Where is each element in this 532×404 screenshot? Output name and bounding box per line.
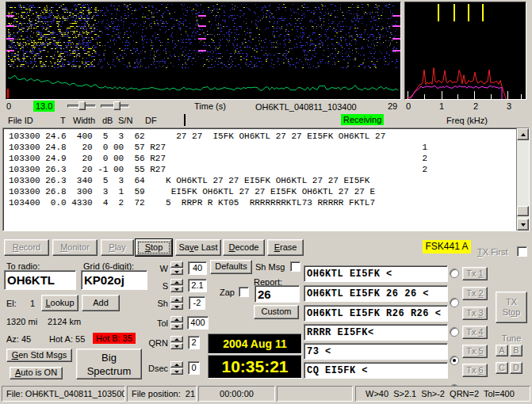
freq-axis-label: Freq (kHz) [446, 116, 488, 125]
param-sh-spinner[interactable] [170, 296, 183, 310]
col-db: dB [102, 116, 113, 125]
tx-first-label: TX First [477, 247, 508, 257]
spinner-down-icon[interactable] [170, 323, 183, 330]
slider-thumb-1[interactable] [78, 101, 86, 110]
waterfall-panel [6, 2, 401, 100]
param-qrn-value: 2 [188, 336, 200, 349]
hot-b-label: Hot B: 35 [93, 333, 136, 344]
el-label: El: [6, 299, 17, 308]
param-w-value: 40 [188, 261, 207, 275]
decode-scrollbar[interactable] [516, 128, 529, 231]
scroll-down-icon[interactable] [517, 219, 529, 231]
custom-button[interactable]: Custom [254, 305, 299, 319]
tx-message-3-input[interactable] [304, 305, 448, 322]
param-dsec-spinner[interactable] [170, 361, 183, 375]
zap-label: Zap [220, 288, 235, 297]
spinner-up-icon[interactable] [170, 336, 183, 342]
spinner-up-icon[interactable] [170, 361, 183, 368]
freq-tick-0: 0 [406, 101, 411, 111]
col-width: Width [73, 116, 95, 125]
tx-message-2-input[interactable] [304, 285, 448, 302]
status-elapsed: 00:00:00 [198, 386, 275, 402]
tx3-button[interactable]: Tx 3 [462, 307, 488, 320]
report-input[interactable] [255, 285, 300, 303]
status-params: W>40 S>2.1 Sh>-2 QRN=2 Tol=400 [355, 386, 530, 402]
time-cursor-value: 13.0 [33, 101, 55, 112]
param-sh-value: -2 [189, 296, 205, 310]
tune-a-button[interactable]: A [496, 345, 508, 356]
stop-button[interactable]: Stop [136, 239, 172, 256]
spinner-up-icon[interactable] [170, 279, 183, 285]
tune-b-button[interactable]: B [510, 345, 522, 356]
decode-line: 103300 24.8 20 0 00 57 R27 1 [9, 142, 529, 153]
tx-first-checkbox[interactable] [517, 246, 527, 257]
hot-a-label: Hot A: 55 [49, 334, 85, 344]
spinner-down-icon[interactable] [170, 368, 183, 375]
to-radio-input[interactable] [4, 270, 76, 290]
col-sn: S/N [118, 116, 132, 125]
tx5-button[interactable]: Tx 5 [462, 345, 488, 358]
status-receiving: Receiving [341, 114, 384, 125]
waterfall-canvas[interactable] [6, 2, 400, 99]
tune-d-button[interactable]: D [510, 362, 522, 374]
param-w-spinner[interactable] [170, 261, 183, 275]
time-axis-start: 0 [6, 101, 11, 111]
record-button[interactable]: Record [4, 239, 49, 256]
add-button[interactable]: Add [82, 295, 120, 311]
tx-message-2-radio[interactable] [450, 298, 459, 307]
defaults-button[interactable]: Defaults [210, 260, 252, 274]
param-qrn-spinner[interactable] [170, 336, 183, 349]
play-button[interactable]: Play [101, 239, 134, 256]
status-file-position: File position: 21 s [127, 386, 197, 402]
spinner-down-icon[interactable] [170, 303, 183, 310]
erase-button[interactable]: Erase [267, 239, 304, 256]
spinner-up-icon[interactable] [170, 296, 183, 303]
tx1-button[interactable]: Tx 1 [462, 267, 488, 280]
decode-line: 103300 24.9 20 0 00 56 R27 2 [9, 153, 529, 164]
param-s-spinner[interactable] [170, 279, 183, 292]
zap-checkbox[interactable] [239, 287, 249, 297]
scroll-up-icon[interactable] [517, 128, 529, 140]
tx2-button[interactable]: Tx 2 [462, 287, 488, 300]
tune-c-button[interactable]: C [496, 362, 508, 374]
slider-thumb-2[interactable] [113, 101, 121, 110]
time-display: 10:35:21 [208, 355, 302, 379]
decode-text-area[interactable]: 103300 24.6 400 5 3 62 27 27 I5FK OH6KTL… [2, 128, 530, 231]
tx-message-6-input[interactable] [304, 362, 448, 379]
col-t: T [60, 116, 66, 125]
tx-stop-button[interactable]: TX Stop [496, 292, 527, 323]
spinner-down-icon[interactable] [170, 269, 183, 275]
spinner-up-icon[interactable] [170, 261, 183, 268]
el-value: 1 [30, 299, 35, 308]
param-tol-spinner[interactable] [170, 316, 183, 330]
status-file: File: OH6KTL_040811_103500 [2, 386, 125, 402]
tx6-button[interactable]: Tx 6 [462, 364, 488, 377]
scrollbar-thumb[interactable] [517, 206, 529, 216]
spectrum-panel [404, 2, 526, 100]
decode-button[interactable]: Decode [223, 239, 265, 256]
save-last-button[interactable]: Save Last [175, 239, 221, 256]
spinner-up-icon[interactable] [170, 316, 183, 322]
spinner-down-icon[interactable] [170, 343, 183, 349]
tx-message-5-input[interactable] [304, 343, 448, 360]
tx-message-3-radio[interactable] [450, 327, 459, 337]
tx-stop-line1: TX [496, 297, 526, 307]
monitor-button[interactable]: Monitor [52, 239, 98, 256]
spinner-down-icon[interactable] [170, 286, 183, 292]
sh-msg-checkbox[interactable] [290, 261, 300, 272]
big-spectrum-button[interactable]: Big Spectrum [76, 349, 142, 379]
decode-line: 103300 24.6 400 5 3 62 27 27 I5FK OH6KTL… [9, 131, 529, 142]
lookup-button[interactable]: Lookup [41, 295, 78, 311]
tx4-button[interactable]: Tx 4 [462, 326, 488, 339]
freq-tick-1: 1 [439, 101, 444, 111]
waterfall-file-label: OH6KTL_040811_103400 [255, 102, 357, 112]
mode-badge: FSK441 A [423, 240, 471, 253]
tx-message-1-radio[interactable] [450, 269, 459, 278]
gen-std-msgs-button[interactable]: Gen Std Msgs [6, 349, 72, 362]
col-df: DF [145, 116, 157, 125]
decode-line: 103400 0.0 4330 4 2 72 5 RRPR R KT05 RRR… [9, 197, 529, 208]
auto-button[interactable]: Auto is ON [10, 367, 63, 379]
tx-message-1-input[interactable] [304, 265, 448, 282]
tx-message-4-radio[interactable] [450, 356, 459, 365]
tx-message-4-input[interactable] [304, 324, 448, 341]
